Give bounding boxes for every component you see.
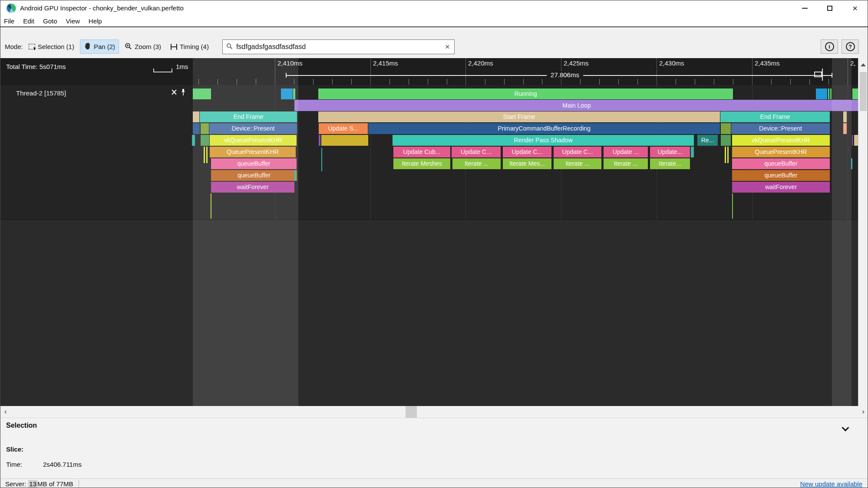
trace-slice[interactable]: Iterate...	[650, 158, 690, 169]
trace-slice[interactable]: QueuePresentKHR	[732, 147, 830, 157]
trace-slice-sliver[interactable]	[204, 147, 205, 163]
trace-slice-sliver[interactable]	[721, 135, 731, 146]
timeline-area[interactable]: Total Time: 5s071ms 1ms Thread-2 [15785]…	[0, 58, 868, 406]
mode-pan-button[interactable]: Pan (2)	[80, 39, 119, 54]
mode-zoom-button[interactable]: Zoom (3)	[121, 40, 165, 54]
horizontal-scroll-thumb[interactable]	[406, 406, 417, 418]
menu-file[interactable]: File	[0, 17, 19, 25]
measurement-cap-right	[832, 73, 832, 78]
search-input[interactable]	[235, 43, 444, 51]
trace-slice-sliver[interactable]	[193, 111, 199, 122]
trace-slice[interactable]: vkQueuePresentKHR	[210, 135, 297, 146]
trace-slice-sliver[interactable]	[321, 135, 368, 146]
trace-slice[interactable]: Iterate ...	[554, 158, 601, 169]
selection-icon	[29, 44, 35, 49]
trace-slice[interactable]: queueBuffer	[732, 158, 830, 169]
time-ruler[interactable]: Total Time: 5s071ms 1ms	[0, 58, 868, 85]
trace-slice[interactable]: Re...	[697, 135, 718, 146]
collapse-track-icon[interactable]	[172, 88, 176, 98]
trace-slice[interactable]: Update C...	[503, 147, 551, 157]
trace-slice[interactable]: Update...	[650, 147, 690, 157]
trace-slice[interactable]: QueuePresentKHR	[210, 147, 296, 157]
trace-slice[interactable]: waitForever	[211, 182, 294, 193]
trace-slice[interactable]: Device::Present	[731, 123, 830, 134]
trace-slice-sliver[interactable]	[193, 123, 200, 134]
pin-track-icon[interactable]	[180, 88, 186, 98]
ruler-gridline	[657, 58, 657, 85]
clear-search-icon[interactable]: ×	[444, 43, 451, 51]
mode-selection-button[interactable]: Selection (1)	[25, 40, 78, 53]
minimize-icon	[802, 8, 808, 9]
trace-slice-sliver[interactable]	[321, 148, 322, 171]
help-button[interactable]: ?	[842, 39, 859, 54]
trace-slice[interactable]: End Frame	[720, 111, 830, 122]
trace-slice-sliver[interactable]	[211, 193, 211, 219]
trace-slice[interactable]: waitForever	[732, 182, 830, 193]
trace-slice-sliver[interactable]	[851, 158, 852, 169]
trace-slice-sliver[interactable]	[293, 88, 295, 99]
empty-track-panel[interactable]	[0, 219, 858, 406]
trace-slice[interactable]: Running	[318, 88, 733, 99]
trace-slice[interactable]: Iterate Meshes	[393, 158, 450, 169]
trace-slice[interactable]: Iterate Mes...	[503, 158, 551, 169]
trace-slice-sliver[interactable]	[727, 147, 729, 163]
trace-slice-sliver[interactable]	[843, 111, 847, 122]
trace-slice[interactable]: Render Pass Shadow	[393, 135, 694, 146]
trace-slice[interactable]: Update S...	[319, 123, 368, 134]
trace-slice[interactable]: Iterate ...	[604, 158, 648, 169]
trace-slice-sliver[interactable]	[843, 123, 847, 134]
ruler-minor-tick	[599, 79, 600, 85]
trace-slice-sliver[interactable]	[319, 135, 320, 146]
ruler-minor-tick	[828, 79, 829, 85]
trace-slice[interactable]: Start Frame	[318, 111, 720, 122]
trace-slice[interactable]: End Frame	[200, 111, 297, 122]
trace-slice[interactable]: Update ...	[604, 147, 648, 157]
trace-slice-sliver[interactable]	[721, 123, 731, 134]
trace-slice[interactable]: Update Cub...	[393, 147, 450, 157]
vertical-scrollbar[interactable]	[858, 58, 868, 406]
trace-slice-sliver[interactable]	[201, 135, 209, 146]
mode-timing-button[interactable]: Timing (4)	[167, 40, 213, 53]
trace-slice-sliver[interactable]	[691, 147, 694, 157]
trace-slice-sliver[interactable]	[192, 135, 195, 146]
trace-slice[interactable]: Iterate ...	[452, 158, 501, 169]
trace-slice-sliver[interactable]	[830, 88, 832, 99]
trace-slice[interactable]: Update C...	[452, 147, 501, 157]
minimize-button[interactable]	[792, 0, 817, 16]
trace-slice-sliver[interactable]	[281, 88, 293, 99]
trace-slice[interactable]: Device::Present	[209, 123, 297, 134]
trace-slice[interactable]: queueBuffer	[211, 170, 297, 181]
horizontal-scrollbar[interactable]: ‹ ›	[0, 406, 868, 418]
ruler-gridline	[752, 58, 752, 85]
maximize-button[interactable]	[817, 0, 842, 16]
update-link[interactable]: New update available	[800, 480, 862, 488]
collapse-panel-chevron-icon[interactable]	[842, 424, 849, 432]
menu-view[interactable]: View	[62, 17, 84, 25]
trace-slice-sliver[interactable]	[725, 147, 726, 163]
scroll-right-icon[interactable]: ›	[862, 407, 865, 416]
menu-help[interactable]: Help	[84, 17, 106, 25]
trace-slice-sliver[interactable]	[193, 88, 211, 99]
trace-slice[interactable]: Update C...	[554, 147, 601, 157]
close-button[interactable]: ×	[842, 0, 868, 16]
status-bar: Server: 13 MB of 77MB New update availab…	[0, 478, 868, 488]
ruler-minor-tick	[637, 79, 638, 85]
scroll-left-icon[interactable]: ‹	[4, 407, 7, 416]
trace-slice-sliver[interactable]	[294, 170, 296, 181]
trace-slice[interactable]: PrimaryCommandBufferRecording	[368, 123, 720, 134]
trace-slice[interactable]: queueBuffer	[732, 170, 830, 181]
menu-edit[interactable]: Edit	[19, 17, 39, 25]
trace-slice[interactable]: queueBuffer	[211, 158, 297, 169]
trace-slice[interactable]: vkQueuePresentKHR	[732, 135, 830, 146]
trace-slice-sliver[interactable]	[852, 135, 853, 146]
trace-slice-sliver[interactable]	[816, 88, 827, 99]
info-button[interactable]: i	[821, 39, 838, 54]
trace-slice-sliver[interactable]	[732, 193, 733, 219]
scroll-up-icon[interactable]	[861, 63, 866, 66]
trace-slice[interactable]: Main Loop	[294, 100, 859, 111]
trace-slice-sliver[interactable]	[201, 123, 209, 134]
trace-slice-sliver[interactable]	[828, 88, 829, 99]
menu-goto[interactable]: Goto	[39, 17, 62, 25]
vertical-scroll-thumb[interactable]	[860, 72, 867, 111]
trace-slice-sliver[interactable]	[206, 147, 208, 163]
